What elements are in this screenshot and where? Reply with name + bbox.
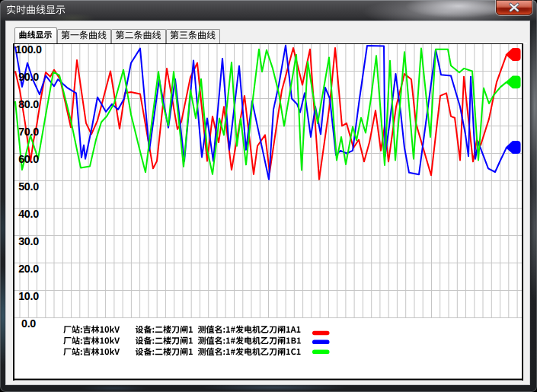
svg-text:60.0: 60.0 [18,153,39,165]
svg-text:40.0: 40.0 [18,208,39,220]
svg-text:20.0: 20.0 [18,263,39,275]
svg-text:10.0: 10.0 [18,290,39,302]
svg-text:80.0: 80.0 [18,98,39,110]
svg-text:70.0: 70.0 [18,126,39,138]
svg-text:30.0: 30.0 [18,235,39,247]
svg-text:50.0: 50.0 [18,180,39,193]
svg-text:90.0: 90.0 [18,71,39,83]
svg-text:0.0: 0.0 [21,317,36,330]
svg-text:100.0: 100.0 [15,43,42,56]
